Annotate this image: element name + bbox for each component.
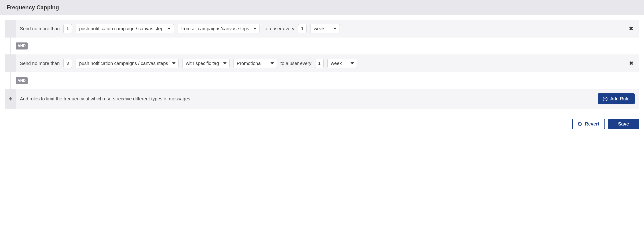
- scope-select-value: with specific tag: [186, 61, 219, 66]
- period-count-input[interactable]: [315, 59, 324, 68]
- add-rule-hint: Add rules to limit the frequency at whic…: [20, 96, 192, 101]
- save-button-label: Save: [618, 121, 629, 127]
- page-title: Frequency Capping: [6, 4, 638, 11]
- connector-row: AND: [5, 38, 639, 54]
- channel-select[interactable]: push notification campaign / canvas step: [76, 24, 174, 33]
- label-send-no-more: Send no more than: [20, 61, 60, 66]
- close-icon: ✖: [629, 26, 633, 31]
- chevron-down-icon: [223, 62, 226, 64]
- period-unit-select[interactable]: week: [328, 59, 357, 68]
- label-send-no-more: Send no more than: [20, 26, 60, 31]
- chevron-down-icon: [168, 28, 171, 30]
- rule-body: Send no more than push notification camp…: [16, 54, 639, 72]
- remove-rule-button[interactable]: ✖: [628, 26, 635, 32]
- add-rule-body: Add rules to limit the frequency at whic…: [16, 89, 639, 109]
- period-unit-value: week: [331, 61, 342, 66]
- period-count-input[interactable]: [298, 24, 306, 33]
- connector-spacer: [5, 38, 16, 54]
- tag-select-value: Promotional: [237, 61, 262, 66]
- rules-container: Send no more than push notification camp…: [0, 20, 644, 109]
- label-to-user-every: to a user every: [263, 26, 294, 31]
- and-badge: AND: [16, 42, 28, 50]
- channel-select-value: push notification campaigns / canvas ste…: [79, 61, 168, 66]
- revert-button[interactable]: Revert: [572, 119, 605, 129]
- chevron-down-icon: [334, 28, 337, 30]
- connector-spacer: [5, 72, 16, 89]
- footer-actions: Revert Save: [0, 114, 644, 134]
- scope-select[interactable]: from all campaigns/canvas steps: [178, 24, 260, 33]
- page-header: Frequency Capping: [0, 0, 644, 15]
- remove-rule-button[interactable]: ✖: [628, 60, 635, 66]
- label-to-user-every: to a user every: [280, 61, 312, 66]
- count-input[interactable]: [64, 24, 72, 33]
- revert-icon: [578, 122, 582, 126]
- revert-button-label: Revert: [585, 121, 599, 127]
- rule-gutter: [5, 54, 16, 72]
- and-badge: AND: [16, 77, 28, 84]
- plus-icon: ✚: [5, 89, 16, 109]
- scope-select-value: from all campaigns/canvas steps: [181, 26, 249, 31]
- connector-line: [10, 72, 11, 89]
- close-icon: ✖: [629, 60, 633, 66]
- connector-row: AND: [5, 72, 639, 89]
- chevron-down-icon: [350, 62, 354, 64]
- rule-row: Send no more than push notification camp…: [5, 54, 639, 72]
- add-rule-button-label: Add Rule: [610, 96, 630, 101]
- period-unit-value: week: [314, 26, 325, 31]
- scope-select[interactable]: with specific tag: [182, 59, 229, 68]
- save-button[interactable]: Save: [608, 119, 639, 129]
- plus-circle-icon: [603, 97, 608, 101]
- connector-line: [10, 38, 11, 54]
- period-unit-select[interactable]: week: [310, 24, 340, 33]
- chevron-down-icon: [253, 28, 256, 30]
- channel-select-value: push notification campaign / canvas step: [79, 26, 163, 31]
- chevron-down-icon: [270, 62, 274, 64]
- rule-body: Send no more than push notification camp…: [16, 20, 639, 38]
- tag-select[interactable]: Promotional: [233, 59, 277, 68]
- add-rule-row: ✚ Add rules to limit the frequency at wh…: [5, 89, 639, 109]
- add-rule-button[interactable]: Add Rule: [598, 93, 635, 104]
- channel-select[interactable]: push notification campaigns / canvas ste…: [76, 59, 178, 68]
- rule-row: Send no more than push notification camp…: [5, 20, 639, 38]
- count-input[interactable]: [64, 59, 72, 68]
- rule-gutter: [5, 20, 16, 38]
- chevron-down-icon: [172, 62, 176, 64]
